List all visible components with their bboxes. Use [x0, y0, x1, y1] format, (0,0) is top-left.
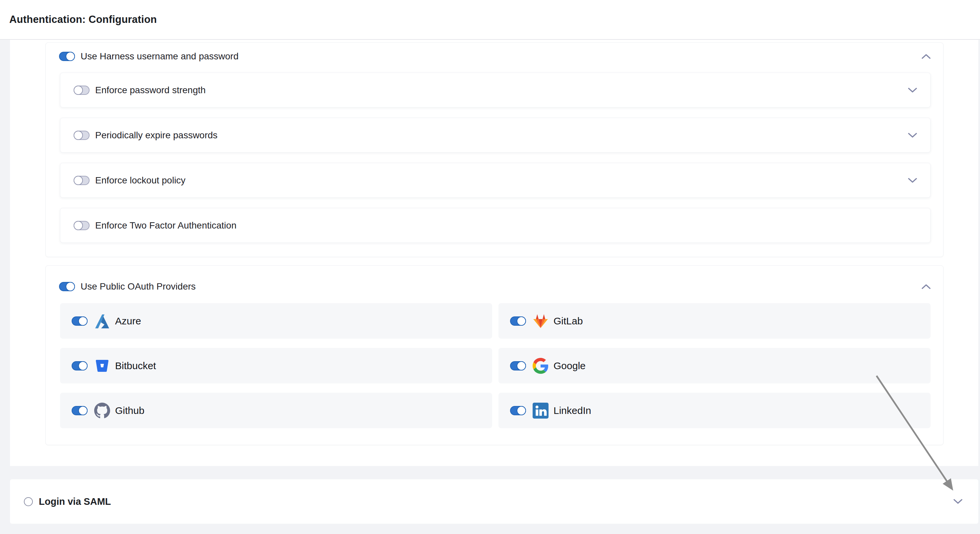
- saml-radio[interactable]: [24, 497, 33, 506]
- provider-tile-google: Google: [498, 348, 931, 383]
- toggle-knob: [517, 406, 526, 415]
- password-strength-label: Enforce password strength: [95, 85, 205, 95]
- password-expiry-label: Periodically expire passwords: [95, 130, 218, 141]
- toggle-knob: [66, 52, 75, 61]
- chevron-up-icon[interactable]: [922, 284, 931, 289]
- provider-tile-azure: Azure: [60, 303, 492, 339]
- provider-tile-bitbucket: Bitbucket: [60, 348, 492, 383]
- toggle-knob: [74, 131, 83, 140]
- gitlab-icon: [532, 313, 549, 329]
- password-expiry-row[interactable]: Periodically expire passwords: [60, 118, 931, 153]
- page-title: Authentication: Configuration: [9, 14, 157, 25]
- toggle-knob: [74, 221, 83, 230]
- oauth-toggle[interactable]: [59, 282, 75, 291]
- github-toggle[interactable]: [72, 406, 88, 415]
- saml-login-row[interactable]: Login via SAML: [10, 479, 978, 524]
- toggle-knob: [66, 282, 75, 291]
- oauth-providers-card: Use Public OAuth Providers Azure: [45, 265, 943, 445]
- harness-sub-settings: Enforce password strength Periodically e…: [60, 73, 930, 243]
- provider-tile-linkedin: LinkedIn: [498, 393, 931, 428]
- page-header: Authentication: Configuration: [0, 0, 980, 40]
- harness-login-card: Use Harness username and password Enforc…: [45, 43, 943, 257]
- provider-tile-gitlab: GitLab: [498, 303, 931, 339]
- bitbucket-icon: [94, 358, 110, 374]
- chevron-down-icon[interactable]: [908, 178, 917, 183]
- gitlab-toggle[interactable]: [510, 316, 526, 326]
- chevron-down-icon[interactable]: [953, 499, 963, 504]
- lockout-policy-row[interactable]: Enforce lockout policy: [60, 163, 931, 198]
- github-icon: [94, 402, 110, 419]
- provider-label: LinkedIn: [554, 405, 591, 416]
- chevron-up-icon[interactable]: [922, 54, 931, 59]
- lockout-policy-label: Enforce lockout policy: [95, 175, 185, 186]
- provider-label: Github: [115, 405, 144, 416]
- provider-label: Azure: [115, 315, 141, 327]
- provider-label: Google: [554, 360, 585, 372]
- linkedin-icon: [532, 402, 549, 419]
- password-strength-toggle[interactable]: [74, 86, 89, 95]
- lockout-policy-toggle[interactable]: [74, 176, 89, 185]
- toggle-knob: [78, 406, 88, 415]
- provider-label: GitLab: [554, 315, 583, 327]
- auth-settings-panel: Use Harness username and password Enforc…: [10, 40, 978, 466]
- azure-toggle[interactable]: [72, 316, 88, 326]
- password-expiry-toggle[interactable]: [74, 131, 89, 140]
- toggle-knob: [78, 316, 88, 326]
- saml-label: Login via SAML: [39, 496, 111, 507]
- toggle-knob: [78, 361, 88, 370]
- toggle-knob: [517, 316, 526, 326]
- two-factor-label: Enforce Two Factor Authentication: [95, 220, 237, 231]
- provider-tile-github: Github: [60, 393, 492, 428]
- two-factor-toggle[interactable]: [74, 221, 89, 230]
- two-factor-row[interactable]: Enforce Two Factor Authentication: [60, 208, 931, 243]
- google-icon: [532, 358, 549, 374]
- azure-icon: [94, 313, 110, 329]
- oauth-label: Use Public OAuth Providers: [81, 281, 196, 292]
- linkedin-toggle[interactable]: [510, 406, 526, 415]
- toggle-knob: [74, 176, 83, 185]
- harness-login-header[interactable]: Use Harness username and password: [46, 43, 943, 62]
- toggle-knob: [74, 86, 83, 95]
- chevron-down-icon[interactable]: [908, 87, 917, 93]
- provider-label: Bitbucket: [115, 360, 156, 372]
- password-strength-row[interactable]: Enforce password strength: [60, 73, 931, 108]
- google-toggle[interactable]: [510, 361, 526, 370]
- oauth-header[interactable]: Use Public OAuth Providers: [46, 266, 943, 292]
- bitbucket-toggle[interactable]: [72, 361, 88, 370]
- chevron-down-icon[interactable]: [908, 133, 917, 138]
- harness-login-label: Use Harness username and password: [81, 51, 239, 62]
- oauth-provider-grid: Azure GitLab: [60, 303, 930, 428]
- harness-login-toggle[interactable]: [59, 52, 75, 61]
- toggle-knob: [517, 361, 526, 370]
